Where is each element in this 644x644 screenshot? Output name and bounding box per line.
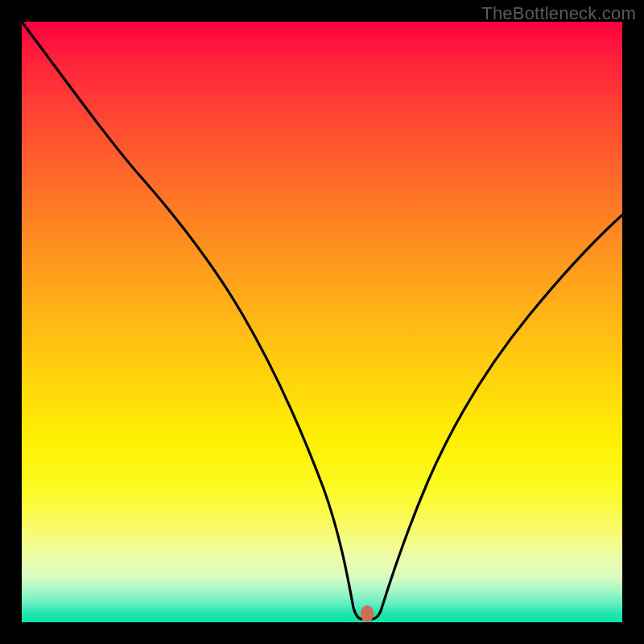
outer-frame: TheBottleneck.com	[0, 0, 644, 644]
bottleneck-curve	[22, 22, 622, 622]
watermark-text: TheBottleneck.com	[481, 3, 636, 24]
curve-path	[22, 22, 622, 619]
bottleneck-marker	[361, 605, 374, 622]
plot-area	[22, 22, 622, 622]
